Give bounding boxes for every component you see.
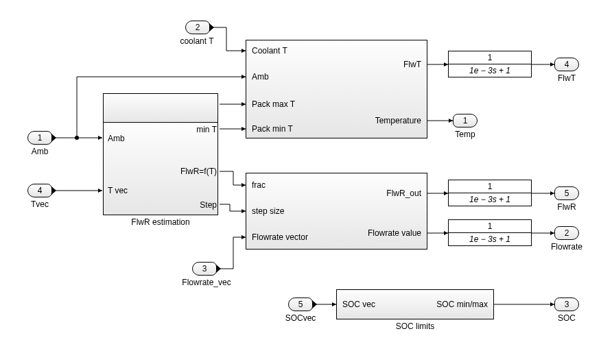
outport-soc[interactable]: 3 — [554, 298, 579, 311]
inport-amb[interactable]: 1 — [27, 131, 52, 145]
tfn-num: 1 — [449, 220, 531, 233]
inport-coolant-t[interactable]: 2 — [185, 21, 210, 34]
port-label-step: Step — [196, 200, 217, 210]
tfn-den: 1e − 3s + 1 — [449, 64, 531, 77]
port-label-flwr-out: FlwR_out — [386, 189, 421, 198]
block-thermal[interactable]: Coolant T Amb Pack max T Pack min T FlwT… — [246, 40, 427, 138]
outport-flwr[interactable]: 5 — [554, 186, 579, 200]
outport-temp-label: Temp — [447, 130, 483, 139]
tfn-den: 1e − 3s + 1 — [449, 233, 531, 245]
inport-amb-label: Amb — [27, 147, 52, 156]
port-label-step-size: step size — [252, 206, 284, 216]
port-label-soc-vec: SOC vec — [342, 300, 375, 309]
port-label-temperature: Temperature — [375, 116, 421, 125]
inport-tvec-label: Tvec — [25, 199, 55, 209]
port-label-min-t: min T — [192, 125, 217, 134]
inport-flowrate-vec[interactable]: 3 — [192, 262, 217, 276]
port-label-frac: frac — [252, 180, 266, 190]
outport-temp[interactable]: 1 — [453, 114, 478, 128]
tfn-den: 1e − 3s + 1 — [449, 193, 531, 206]
port-label-pack-max-t: Pack max T — [252, 99, 295, 109]
transfer-fn-flwr[interactable]: 1 1e − 3s + 1 — [448, 180, 532, 206]
transfer-fn-flowrate[interactable]: 1 1e − 3s + 1 — [448, 219, 532, 246]
tfn-num: 1 — [449, 180, 531, 193]
block-flowrate[interactable]: frac step size Flowrate vector FlwR_out … — [246, 173, 427, 250]
outport-flowrate-label: Flowrate — [543, 242, 590, 252]
inport-tvec[interactable]: 4 — [27, 184, 52, 197]
transfer-fn-flwt[interactable]: 1 1e − 3s + 1 — [448, 51, 532, 77]
block-soc-limits-caption: SOC limits — [336, 321, 494, 331]
port-label-flwr-ft: FlwR=f(T) — [174, 167, 217, 176]
simulink-diagram: 1 Amb 4 Tvec 2 coolant T 3 Flowrate_vec … — [0, 0, 612, 364]
block-flwr-estimation-ext — [103, 93, 218, 122]
port-label-flwt: FlwT — [403, 60, 421, 69]
outport-flowrate[interactable]: 2 — [554, 226, 579, 240]
port-label-top-amb: Amb — [252, 72, 269, 82]
port-label-tvec: T vec — [108, 186, 128, 195]
inport-coolant-t-label: coolant T — [173, 36, 221, 46]
inport-flowrate-vec-label: Flowrate_vec — [176, 278, 237, 287]
port-label-pack-min-t: Pack min T — [252, 124, 293, 134]
outport-flwt-label: FlwT — [550, 73, 583, 83]
outport-flwr-label: FlwR — [550, 202, 583, 212]
inport-socvec-label: SOCvec — [279, 313, 322, 323]
inport-socvec[interactable]: 5 — [288, 298, 313, 311]
port-label-coolant-t: Coolant T — [252, 46, 287, 56]
outport-soc-label: SOC — [549, 313, 585, 323]
block-soc-limits[interactable]: SOC vec SOC min/max — [336, 289, 494, 319]
block-flwr-estimation-caption: FlwR estimation — [103, 217, 218, 227]
port-label-flowrate-vector: Flowrate vector — [252, 232, 308, 242]
port-label-flowrate-value: Flowrate value — [368, 228, 421, 238]
outport-flwt[interactable]: 4 — [554, 58, 579, 71]
port-label-amb: Amb — [108, 134, 125, 143]
tfn-num: 1 — [449, 51, 531, 64]
port-label-soc-minmax: SOC min/max — [436, 300, 488, 309]
